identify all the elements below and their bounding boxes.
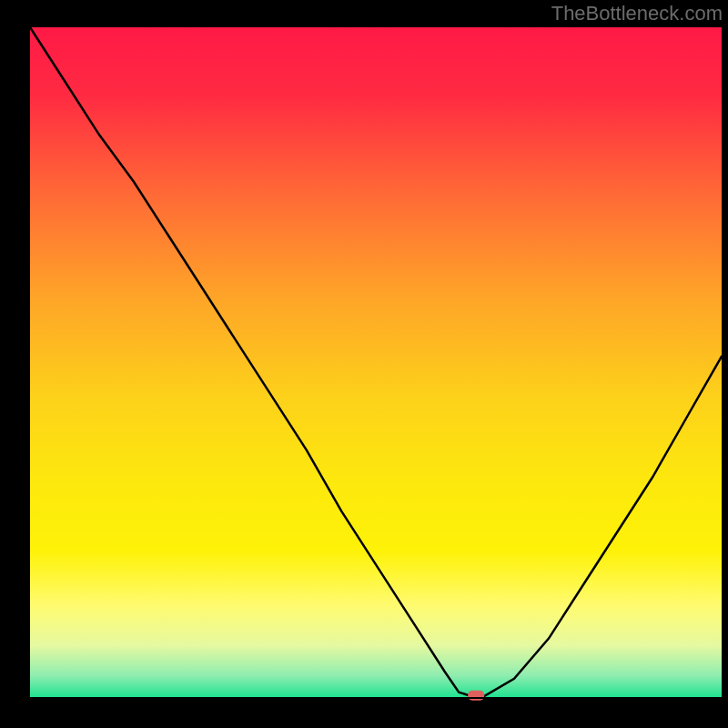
watermark-text: TheBottleneck.com	[551, 2, 723, 25]
chart-container: TheBottleneck.com	[0, 0, 728, 728]
optimal-marker	[468, 691, 484, 701]
bottleneck-chart	[0, 0, 728, 728]
plot-background	[30, 27, 722, 699]
baseline	[30, 697, 722, 699]
